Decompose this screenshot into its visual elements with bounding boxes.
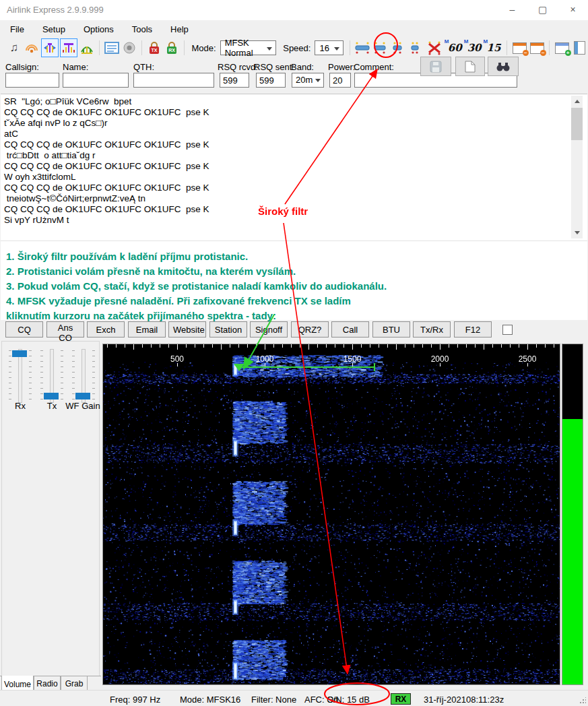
freq-scale-label: 1500 [344, 354, 362, 364]
waterfall-display[interactable] [103, 344, 560, 684]
rsq-rcvd-field[interactable] [220, 73, 249, 88]
timer-15-button[interactable]: M15 [484, 42, 504, 54]
minimize-rx-window-icon[interactable]: − [511, 39, 527, 57]
macro-email-button[interactable]: Email [128, 321, 166, 338]
svg-text:RX: RX [168, 48, 175, 53]
macro-cq-button[interactable]: CQ [5, 321, 43, 338]
binoculars-icon [496, 61, 510, 72]
toolbar-separator [549, 40, 550, 55]
power-label: Power: [328, 62, 355, 72]
macro-signoff-button[interactable]: Signoff [250, 321, 288, 338]
macro-ans-cq-button[interactable]: Ans CQ [46, 321, 84, 338]
maximize-button[interactable]: ▢ [527, 0, 558, 20]
power-field[interactable] [329, 73, 351, 88]
slider-ticks [61, 350, 63, 400]
rx-scrollbar[interactable] [571, 96, 583, 238]
macro-auto-checkbox[interactable] [502, 325, 513, 335]
band-combobox[interactable]: 20m [292, 73, 324, 88]
rx-slider-thumb[interactable] [12, 350, 27, 357]
logbook-icon[interactable] [571, 39, 587, 57]
spectrum-icon[interactable] [79, 39, 95, 57]
macro-qrz-button[interactable]: QRZ? [291, 321, 329, 338]
freq-scale-label: 2500 [519, 354, 537, 364]
mode-combobox[interactable]: MFSK Normal [220, 40, 277, 55]
tx-instructions[interactable]: 1. Široký filtr používám k ladění příjmu… [6, 249, 387, 323]
slider-ticks [72, 350, 75, 400]
filter-off-icon[interactable] [426, 39, 443, 57]
name-field[interactable] [63, 73, 129, 88]
macro-exch-button[interactable]: Exch [87, 321, 125, 338]
filter-narrow-icon[interactable] [389, 39, 405, 57]
resize-grip[interactable] [579, 697, 586, 704]
minimize-button[interactable]: – [497, 0, 527, 20]
speed-value: 16 [319, 43, 329, 53]
qth-label: QTH: [133, 62, 154, 72]
rx-lock-icon[interactable]: RX [164, 39, 180, 57]
macro-btu-button[interactable]: BTU [372, 321, 410, 338]
close-button[interactable]: × [558, 0, 588, 20]
rx-tuning-icon[interactable] [41, 38, 59, 57]
scroll-up-icon[interactable] [571, 96, 583, 107]
macro-m-mark: M [484, 38, 488, 44]
rsq-sent-field[interactable] [256, 73, 286, 88]
macro-website-button[interactable]: Website [168, 321, 206, 338]
callsign-field[interactable] [5, 73, 59, 88]
rx-slider-track[interactable] [18, 349, 22, 403]
record-dot-icon[interactable] [121, 39, 137, 57]
sound-notes-icon[interactable]: ♫ [6, 39, 22, 57]
wfgain-slider-label: WF Gain [64, 401, 102, 411]
tx-tuning-icon[interactable] [60, 38, 77, 57]
macro-station-button[interactable]: Station [209, 321, 247, 338]
slider-ticks [92, 350, 95, 400]
macro-m-mark: M [464, 38, 469, 44]
filter-wide-icon[interactable] [354, 39, 370, 57]
timer-30-button[interactable]: M30 [465, 42, 484, 54]
speed-combobox[interactable]: 16 [315, 40, 344, 55]
floppy-icon [430, 61, 442, 73]
signal-meter-fill [562, 419, 583, 684]
wfgain-slider-thumb[interactable] [75, 393, 90, 399]
new-qso-button[interactable] [455, 57, 485, 76]
slider-ticks [9, 350, 11, 400]
freq-scale-label: 500 [170, 354, 184, 364]
tx-lock-icon[interactable]: TX [146, 39, 162, 57]
toolbar-separator [507, 40, 507, 55]
log-window-icon[interactable] [104, 39, 120, 57]
macro-txrx-button[interactable]: Tx/Rx [413, 321, 451, 338]
filter-narrowest-icon[interactable] [407, 39, 423, 57]
macro-call-button[interactable]: Call [331, 321, 369, 338]
waterfall-panel[interactable]: 500 1000 1500 2000 2500 [102, 344, 560, 685]
freq-scale-label: 2000 [431, 354, 449, 364]
rf-antenna-icon[interactable] [24, 39, 40, 57]
qth-field[interactable] [133, 73, 214, 88]
timer-60-button[interactable]: M60 [445, 42, 465, 54]
scroll-down-icon[interactable] [571, 227, 583, 238]
callsign-label: Callsign: [5, 62, 39, 72]
mode-label: Mode: [191, 43, 216, 53]
toolbar-separator [184, 40, 185, 55]
title-bar: Airlink Express 2.9.9.999 – ▢ × [0, 0, 588, 20]
minimize-tx-window-icon[interactable]: − [529, 39, 545, 57]
add-window-icon[interactable]: + [554, 39, 570, 57]
macro-f12-button[interactable]: F12 [454, 321, 492, 338]
signal-meter [562, 344, 583, 685]
menu-setup[interactable]: Setup [34, 22, 73, 37]
rsq-rcvd-label: RSQ rcvd: [218, 62, 258, 72]
filter-medium-icon[interactable] [372, 39, 388, 57]
menu-help[interactable]: Help [162, 22, 197, 37]
mixer-panel: Rx Tx WF Gain [1, 341, 100, 676]
scrollbar-thumb[interactable] [571, 108, 583, 140]
status-freq: Freq: 997 Hz [110, 695, 160, 705]
toolbar-separator [141, 40, 142, 55]
window-title: Airlink Express 2.9.9.999 [7, 5, 104, 15]
band-label: Band: [291, 62, 314, 72]
menu-tools[interactable]: Tools [124, 22, 160, 37]
menu-options[interactable]: Options [75, 22, 122, 37]
toolbar-separator [99, 40, 100, 55]
save-qso-button[interactable] [420, 57, 451, 76]
chevron-down-icon [315, 79, 321, 82]
macro-m-mark: M [445, 38, 449, 44]
menu-file[interactable]: File [2, 22, 32, 37]
tx-slider-thumb[interactable] [44, 393, 59, 399]
search-log-button[interactable] [488, 57, 519, 76]
